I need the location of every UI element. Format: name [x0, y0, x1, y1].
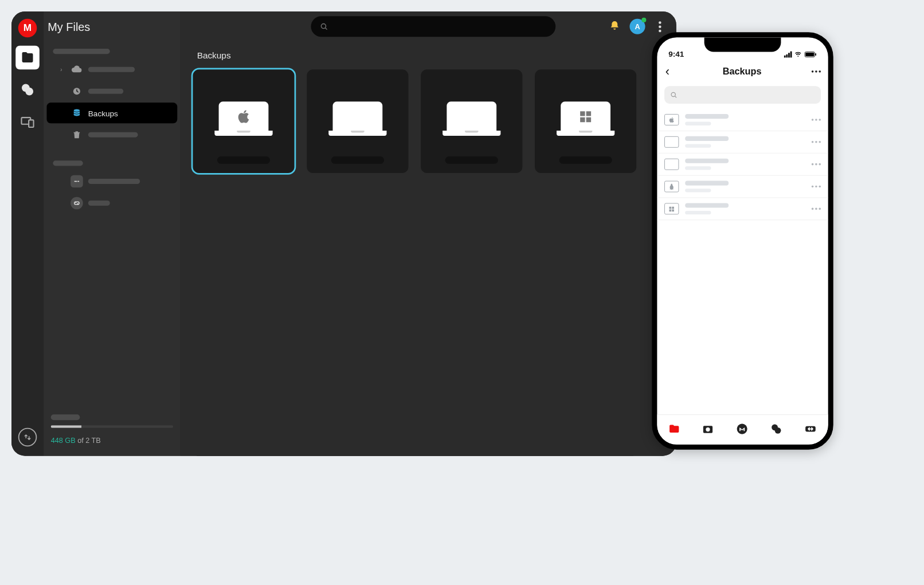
- storage-total: of 2 TB: [76, 436, 101, 444]
- embed-icon: [71, 175, 83, 188]
- tab-camera-icon[interactable]: [702, 422, 714, 437]
- storage-used: 448 GB: [51, 436, 76, 444]
- device-grid: [181, 69, 676, 173]
- phone-search[interactable]: [664, 86, 821, 104]
- tab-mega-icon[interactable]: [736, 422, 749, 437]
- phone-list: [657, 109, 828, 414]
- svg-rect-3: [29, 120, 33, 127]
- sidebar-item[interactable]: [46, 45, 177, 58]
- sidebar-backups-label: Backups: [88, 109, 118, 117]
- status-time: 9:41: [668, 49, 684, 58]
- svg-point-9: [671, 92, 675, 96]
- linux-icon: [664, 181, 679, 193]
- rail-chat-icon[interactable]: [15, 78, 40, 102]
- rail-files-icon[interactable]: [15, 46, 40, 70]
- rail-devices-icon[interactable]: [15, 110, 40, 134]
- laptop-icon: [664, 136, 679, 148]
- sidebar: My Files › Backups: [44, 11, 181, 456]
- trash-icon: [71, 128, 83, 141]
- device-card-laptop[interactable]: [307, 69, 408, 173]
- avatar[interactable]: A: [629, 19, 645, 34]
- row-more-icon[interactable]: [812, 208, 821, 210]
- sidebar-item-trash[interactable]: [46, 124, 177, 145]
- device-card-mac[interactable]: [193, 69, 294, 173]
- phone-tabbar: [657, 414, 828, 444]
- phone-notch: [704, 37, 781, 52]
- row-more-icon[interactable]: [812, 141, 821, 143]
- svg-point-11: [706, 427, 710, 431]
- topbar: A: [181, 11, 676, 41]
- windows-icon: [664, 203, 679, 214]
- storage-meter: 448 GB of 2 TB: [44, 408, 181, 456]
- phone-row-mac[interactable]: [657, 109, 828, 131]
- chevron-right-icon: ›: [60, 66, 65, 73]
- device-card-windows[interactable]: [535, 69, 636, 173]
- cloud-icon: [71, 63, 83, 76]
- search-input[interactable]: [311, 16, 556, 37]
- sidebar-title: My Files: [44, 18, 181, 44]
- tab-chat-icon[interactable]: [770, 422, 782, 437]
- section-title: Backups: [181, 41, 676, 69]
- tab-sync-icon[interactable]: [804, 422, 817, 437]
- back-icon[interactable]: ‹: [662, 64, 672, 78]
- device-card-laptop[interactable]: [421, 69, 522, 173]
- apple-icon: [664, 114, 679, 125]
- notifications-icon[interactable]: [609, 19, 620, 33]
- more-icon[interactable]: [812, 70, 821, 73]
- laptop-icon: [664, 159, 679, 170]
- sidebar-item-cloud[interactable]: ›: [46, 59, 177, 80]
- phone-title: Backups: [723, 66, 762, 77]
- phone-row-laptop[interactable]: [657, 131, 828, 154]
- storage-bar: [51, 425, 173, 428]
- phone-row-laptop[interactable]: [657, 154, 828, 176]
- svg-point-14: [774, 427, 781, 433]
- row-more-icon[interactable]: [812, 119, 821, 121]
- phone-mockup: 9:41 ‹ Backups: [652, 32, 833, 450]
- row-more-icon[interactable]: [812, 163, 821, 166]
- database-icon: [71, 107, 83, 119]
- sidebar-item[interactable]: [46, 156, 177, 170]
- sidebar-item-link[interactable]: [46, 193, 177, 213]
- svg-point-5: [321, 23, 326, 28]
- menu-icon[interactable]: [655, 21, 665, 32]
- signal-icon: [784, 52, 792, 58]
- mega-logo[interactable]: M: [18, 19, 37, 38]
- desktop-app-window: M My Files ›: [11, 11, 676, 456]
- row-more-icon[interactable]: [812, 186, 821, 188]
- sidebar-item-recent[interactable]: [46, 81, 177, 101]
- phone-row-linux[interactable]: [657, 176, 828, 198]
- svg-point-12: [737, 423, 747, 434]
- phone-row-windows[interactable]: [657, 198, 828, 220]
- phone-header: ‹ Backups: [657, 59, 828, 84]
- tab-files-icon[interactable]: [668, 422, 680, 437]
- battery-icon: [804, 52, 817, 58]
- svg-rect-7: [805, 53, 814, 57]
- transfers-icon[interactable]: [18, 428, 37, 447]
- wifi-icon: [794, 51, 802, 58]
- svg-rect-8: [815, 53, 816, 56]
- nav-rail: M: [11, 11, 44, 456]
- sidebar-item-backups[interactable]: Backups: [46, 103, 177, 123]
- main-pane: A Backups: [181, 11, 676, 456]
- link-icon: [71, 197, 83, 210]
- clock-icon: [71, 85, 83, 97]
- sidebar-item-embed[interactable]: [46, 171, 177, 191]
- svg-point-1: [25, 88, 33, 96]
